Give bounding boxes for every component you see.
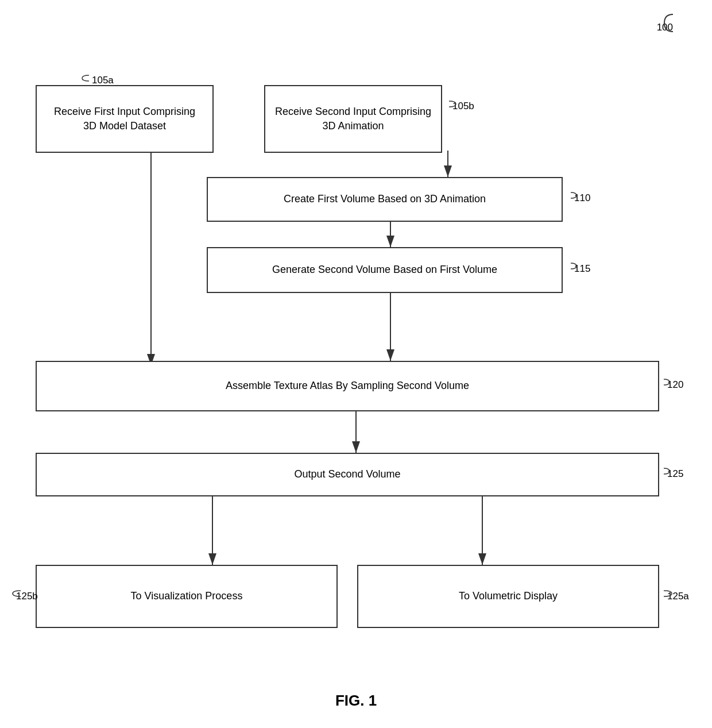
ref-105a: 105a [92,75,114,86]
box-110: Create First Volume Based on 3D Animatio… [207,177,563,222]
ref-125a-curve [661,590,674,598]
box-125a: To Volumetric Display [357,565,659,628]
ref-125-curve [661,467,672,475]
ref-105a-curve [80,74,93,83]
box-120: Assemble Texture Atlas By Sampling Secon… [36,361,659,411]
ref-110-curve [568,191,579,199]
box-105a: Receive First Input Comprising 3D Model … [36,85,214,153]
ref-115-curve [568,262,579,270]
ref-125b-curve [10,590,23,598]
ref-100-curve [661,11,679,34]
box-125b: To Visualization Process [36,565,338,628]
box-105b: Receive Second Input Comprising 3D Anima… [264,85,442,153]
box-125: Output Second Volume [36,453,659,496]
box-115: Generate Second Volume Based on First Vo… [207,247,563,293]
figure-label: FIG. 1 [335,692,377,710]
diagram-container: 100 Receive First Input [0,0,712,728]
ref-105b-curve [447,99,459,109]
ref-120-curve [661,378,672,386]
